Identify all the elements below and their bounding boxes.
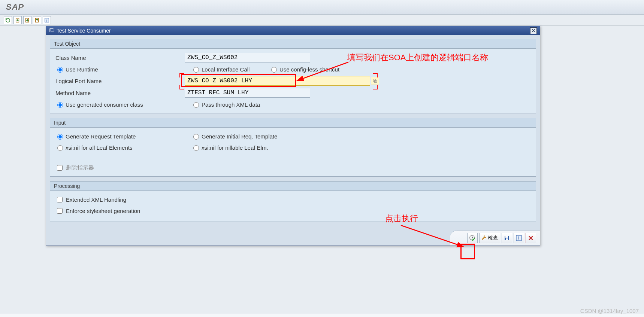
class-name-label: Class Name xyxy=(55,55,185,61)
diskette-icon xyxy=(504,235,510,241)
enforce-stylesheet-checkbox[interactable] xyxy=(57,208,63,214)
execute-button[interactable] xyxy=(467,233,478,243)
extended-xml-label: Extended XML Handling xyxy=(66,196,126,203)
method-name-label: Method Name xyxy=(55,90,185,96)
configless-label: Use config-less shortcut xyxy=(279,66,339,73)
extended-xml-checkbox[interactable] xyxy=(57,197,63,202)
close-icon[interactable]: ✕ xyxy=(530,27,537,34)
doc-new-icon[interactable] xyxy=(13,16,22,24)
dialog-title-text: Test Service Consumer xyxy=(57,28,111,34)
logical-port-field[interactable] xyxy=(185,76,370,86)
gen-request-template-radio[interactable] xyxy=(57,134,63,140)
delete-indicator-checkbox[interactable] xyxy=(57,165,63,171)
use-consumer-class-radio[interactable] xyxy=(57,102,63,108)
group-test-object: Test Object Class Name Use Runtime Local… xyxy=(50,39,536,113)
delete-indicator-label: 删除指示器 xyxy=(66,164,94,171)
pass-through-xml-label: Pass through XML data xyxy=(202,101,260,108)
app-toolbar: i xyxy=(0,15,644,26)
svg-rect-10 xyxy=(505,236,508,238)
group-title: Processing xyxy=(50,182,536,191)
check-button-label: 检查 xyxy=(488,235,498,241)
doc-import-icon[interactable] xyxy=(23,16,31,24)
check-button[interactable]: 检查 xyxy=(479,233,500,243)
pass-through-xml-radio[interactable] xyxy=(193,102,199,108)
use-runtime-label: Use Runtime xyxy=(66,66,98,73)
cancel-icon xyxy=(528,235,534,241)
local-interface-radio[interactable] xyxy=(193,67,199,73)
dialog-title-icon xyxy=(49,28,54,34)
use-consumer-class-label: Use generated consumer class xyxy=(66,101,143,108)
dialog-footer: 检查 i xyxy=(450,230,540,246)
cancel-button[interactable] xyxy=(526,233,536,243)
wrench-icon xyxy=(481,235,487,241)
test-service-consumer-dialog: Test Service Consumer ✕ Test Object Clas… xyxy=(46,26,540,246)
info-icon: i xyxy=(516,235,522,241)
xsinil-all-radio[interactable] xyxy=(57,145,63,151)
f4-help-icon[interactable] xyxy=(371,77,379,85)
method-name-field[interactable] xyxy=(185,88,310,98)
doc-export-icon[interactable] xyxy=(33,16,41,24)
dialog-titlebar[interactable]: Test Service Consumer ✕ xyxy=(46,26,540,35)
save-button[interactable] xyxy=(502,233,512,243)
info-icon[interactable]: i xyxy=(43,16,51,24)
group-input: Input Generate Request Template Generate… xyxy=(50,118,536,177)
svg-text:i: i xyxy=(518,235,519,241)
enforce-stylesheet-label: Enforce stylesheet generation xyxy=(66,208,140,214)
class-name-field[interactable] xyxy=(185,53,310,63)
info-button[interactable]: i xyxy=(514,233,524,243)
svg-text:i: i xyxy=(46,18,48,22)
xsinil-nillable-radio[interactable] xyxy=(193,145,199,151)
xsinil-all-label: xsi:nil for all Leaf Elements xyxy=(66,144,132,151)
logical-port-label: Logical Port Name xyxy=(55,78,185,84)
clock-check-icon xyxy=(469,235,476,241)
svg-rect-11 xyxy=(506,238,508,240)
highlight-execute xyxy=(460,244,475,259)
group-processing: Processing Extended XML Handling Enforce… xyxy=(50,181,536,222)
use-runtime-radio[interactable] xyxy=(57,67,63,73)
watermark: CSDN @1314lay_1007 xyxy=(580,308,639,314)
app-header: SAP xyxy=(0,0,644,15)
gen-request-template-label: Generate Request Template xyxy=(66,133,136,140)
refresh-icon[interactable] xyxy=(4,16,12,24)
xsinil-nillable-label: xsi:nil for nillable Leaf Elm. xyxy=(202,144,268,151)
gen-initial-template-radio[interactable] xyxy=(193,134,199,140)
group-title: Test Object xyxy=(50,39,536,49)
app-title: SAP xyxy=(6,2,24,12)
group-title: Input xyxy=(50,118,536,128)
gen-initial-template-label: Generate Initial Req. Template xyxy=(202,133,277,140)
configless-radio[interactable] xyxy=(271,67,277,73)
local-interface-label: Local Interface Call xyxy=(202,66,250,73)
